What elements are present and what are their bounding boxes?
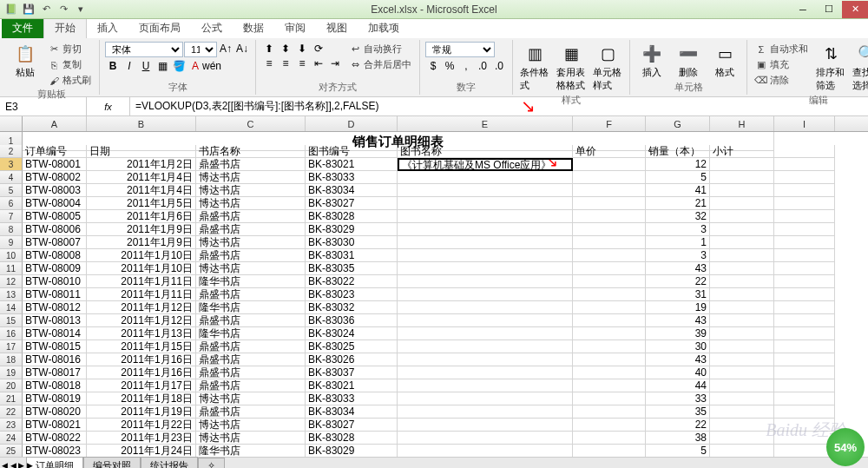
select-all-corner[interactable] [0, 116, 23, 131]
cell[interactable]: BK-83025 [306, 340, 398, 353]
cell[interactable] [573, 236, 646, 249]
cell[interactable] [774, 301, 835, 314]
row-header[interactable]: 3 [0, 158, 23, 171]
cell[interactable] [398, 275, 573, 288]
copy-button[interactable]: ⎘复制 [45, 57, 94, 72]
row-header[interactable]: 22 [0, 405, 23, 419]
cell[interactable]: BTW-08003 [23, 184, 87, 197]
cell[interactable]: 22 [646, 275, 710, 288]
cell[interactable] [774, 236, 835, 249]
cell[interactable]: 3 [646, 223, 710, 236]
cell[interactable]: BK-83034 [306, 405, 398, 419]
cell[interactable] [398, 379, 573, 392]
fx-icon[interactable]: fx [104, 102, 112, 112]
tab-file[interactable]: 文件 [2, 18, 43, 38]
cell[interactable]: 鼎盛书店 [196, 314, 306, 327]
row-header[interactable]: 19 [0, 366, 23, 379]
tab-home[interactable]: 开始 [43, 17, 87, 38]
cell[interactable] [774, 353, 835, 366]
cell[interactable] [774, 314, 835, 327]
cell[interactable] [710, 171, 774, 184]
row-header[interactable]: 14 [0, 301, 23, 314]
increase-decimal-icon[interactable]: .0 [475, 59, 490, 73]
align-middle-icon[interactable]: ⬍ [278, 42, 293, 56]
cell[interactable] [710, 432, 774, 445]
row-header[interactable]: 4 [0, 171, 23, 184]
row-header[interactable]: 12 [0, 275, 23, 288]
cell[interactable]: 隆华书店 [196, 327, 306, 340]
orientation-icon[interactable]: ⟳ [311, 42, 326, 56]
cell[interactable]: 2011年1月10日 [87, 249, 196, 262]
cell[interactable] [710, 197, 774, 210]
cell[interactable]: 博达书店 [196, 197, 306, 210]
cell[interactable]: BK-83027 [306, 419, 398, 432]
cell[interactable] [398, 353, 573, 366]
cell[interactable] [573, 262, 646, 275]
close-button[interactable]: ✕ [842, 1, 868, 18]
cell[interactable]: 2011年1月10日 [87, 262, 196, 275]
cell[interactable]: BTW-08015 [23, 340, 87, 353]
cell[interactable]: BK-83031 [306, 249, 398, 262]
cell[interactable]: 2011年1月12日 [87, 301, 196, 314]
row-header[interactable]: 6 [0, 197, 23, 210]
cell[interactable]: 博达书店 [196, 171, 306, 184]
tab-insert[interactable]: 插入 [87, 18, 128, 38]
fill-color-icon[interactable]: 🪣 [171, 59, 187, 73]
find-select-button[interactable]: 🔍查找和选择 [851, 42, 868, 94]
cell[interactable] [398, 445, 573, 457]
cell[interactable]: 博达书店 [196, 184, 306, 197]
cell[interactable]: 博达书店 [196, 392, 306, 405]
cell[interactable]: 鼎盛书店 [196, 158, 306, 171]
cell[interactable]: 鼎盛书店 [196, 366, 306, 379]
cell[interactable] [573, 405, 646, 419]
format-table-button[interactable]: ▦套用表格格式 [555, 42, 588, 94]
comma-icon[interactable]: , [458, 59, 474, 73]
cell[interactable] [774, 158, 835, 171]
cell[interactable] [774, 392, 835, 405]
cell[interactable] [398, 262, 573, 275]
cell[interactable]: BTW-08023 [23, 445, 87, 457]
cell[interactable]: BK-83030 [306, 236, 398, 249]
cell[interactable]: 博达书店 [196, 262, 306, 275]
cell[interactable]: BK-83021 [306, 158, 398, 171]
cell[interactable] [710, 223, 774, 236]
new-sheet-tab[interactable]: ✧ [198, 458, 225, 468]
cell[interactable] [774, 184, 835, 197]
cell[interactable]: 2011年1月11日 [87, 288, 196, 301]
percent-icon[interactable]: % [442, 59, 457, 73]
header-cell[interactable]: 单价 [573, 145, 646, 158]
indent-decrease-icon[interactable]: ⇤ [311, 56, 326, 70]
col-header[interactable]: H [710, 116, 774, 131]
cell[interactable] [774, 288, 835, 301]
header-cell[interactable]: 小计 [710, 145, 774, 158]
header-cell[interactable]: 图书名称 [398, 145, 573, 158]
conditional-format-button[interactable]: ▥条件格式 [518, 42, 551, 94]
cell[interactable]: 5 [646, 171, 710, 184]
border-icon[interactable]: ▦ [155, 59, 170, 73]
undo-icon[interactable]: ↶ [38, 2, 54, 17]
cell[interactable] [774, 275, 835, 288]
cell[interactable]: 35 [646, 405, 710, 419]
cell[interactable]: BK-83036 [306, 314, 398, 327]
row-header[interactable]: 8 [0, 223, 23, 236]
cell[interactable]: 2011年1月22日 [87, 419, 196, 432]
cell[interactable] [398, 392, 573, 405]
cell[interactable]: 43 [646, 353, 710, 366]
cell[interactable] [710, 392, 774, 405]
cell[interactable] [710, 314, 774, 327]
cell[interactable]: BTW-08018 [23, 379, 87, 392]
cell[interactable]: BTW-08001 [23, 158, 87, 171]
cell[interactable]: 2011年1月16日 [87, 366, 196, 379]
cell[interactable] [710, 405, 774, 419]
cell[interactable]: 40 [646, 366, 710, 379]
cell[interactable] [710, 379, 774, 392]
tab-formulas[interactable]: 公式 [191, 18, 233, 38]
cell[interactable] [398, 249, 573, 262]
tab-view[interactable]: 视图 [316, 18, 358, 38]
save-icon[interactable]: 💾 [21, 2, 36, 17]
cell[interactable]: BK-83027 [306, 197, 398, 210]
cell[interactable] [573, 288, 646, 301]
formula-bar[interactable]: =VLOOKUP(D3,表2[[图书编号]:[图书名称]],2,FALSE) ↘ [130, 97, 868, 115]
format-cells-button[interactable]: ▭格式 [708, 42, 741, 81]
header-cell[interactable] [774, 145, 835, 158]
